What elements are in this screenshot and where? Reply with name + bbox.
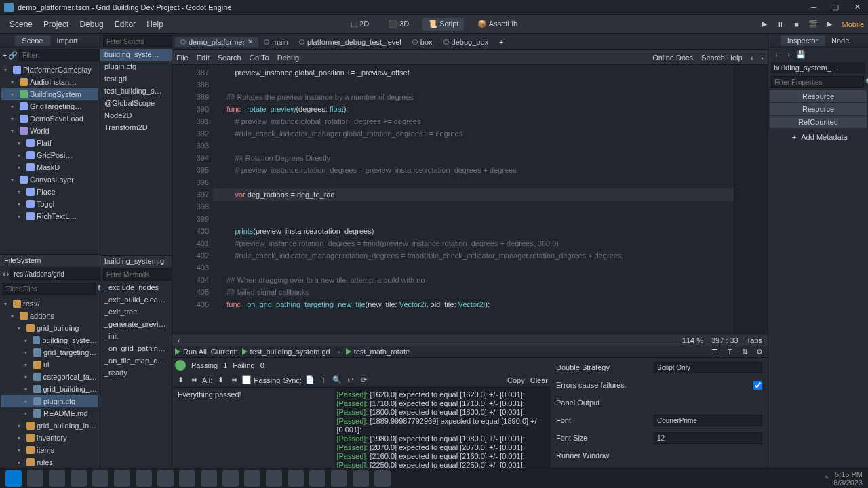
code-editor[interactable]: 3873883893903913923933943953963973983994… (172, 65, 768, 333)
app-taskbar-icon[interactable] (244, 470, 260, 487)
settings-icon[interactable]: ⚙ (754, 346, 765, 357)
copy-button[interactable]: Copy (507, 376, 525, 384)
script-item[interactable]: Transform2D (100, 122, 172, 134)
scene-tree-item[interactable]: ▾Place (1, 186, 98, 198)
history-fwd-icon[interactable]: › (783, 49, 794, 60)
inspector-tab[interactable]: Inspector (781, 35, 825, 46)
view-tab-3d[interactable]: ⬛ 3D (382, 18, 414, 30)
scene-tab[interactable]: box (407, 37, 438, 47)
ed-menu-edit[interactable]: Edit (197, 54, 210, 62)
taskbar-time[interactable]: 5:15 PM (833, 470, 863, 479)
sync-text-icon[interactable]: T (318, 375, 329, 386)
add-icon[interactable]: + (789, 131, 800, 142)
ed-menu-go-to[interactable]: Go To (250, 54, 269, 62)
scene-tab[interactable]: platformer_debug_test_level (294, 37, 407, 47)
script-list[interactable]: building_syste…plugin.cfgtest.gdtest_bui… (100, 49, 172, 255)
method-item[interactable]: _on_tile_map_ch… (100, 355, 172, 367)
script-item[interactable]: plugin.cfg (100, 61, 172, 73)
search-icon[interactable]: 🔍 (865, 77, 868, 87)
scene-tree-item[interactable]: ▾AudioInstan… (1, 76, 98, 88)
method-item[interactable]: _exit_tree (100, 306, 172, 319)
app-taskbar-icon[interactable] (136, 470, 152, 487)
zoom-level[interactable]: 114 % (682, 336, 703, 344)
scene-tab[interactable]: main (258, 37, 294, 47)
fs-tree-item[interactable]: ▾rules (1, 456, 98, 468)
refresh-icon[interactable]: ⟳ (359, 375, 370, 386)
scene-tab[interactable]: demo_platformer✕ (175, 37, 258, 47)
filesystem-tree[interactable]: ▾res://▾addons▾grid_building▾building_sy… (0, 296, 100, 488)
run-current-script-button[interactable]: test_building_system.gd (242, 348, 330, 356)
minimap[interactable] (734, 65, 768, 333)
breadcrumb-icon[interactable]: ‹ (178, 336, 180, 344)
nav-back-icon[interactable]: ‹ (751, 54, 753, 62)
menu-scene[interactable]: Scene (4, 17, 38, 32)
fontsize-input[interactable]: 12 (654, 432, 762, 444)
app-taskbar-icon[interactable] (353, 470, 369, 487)
scene-tab[interactable]: debug_box (438, 37, 494, 47)
add-node-button[interactable]: + (3, 49, 7, 60)
scene-tree-item[interactable]: ▾GridPosi… (1, 149, 98, 161)
menu-debug[interactable]: Debug (74, 17, 108, 32)
run-current-method-button[interactable]: test_math_rotate (346, 348, 410, 356)
expand-all-icon[interactable]: ⬌ (229, 375, 239, 386)
online-docs-link[interactable]: Online Docs (652, 54, 693, 62)
fs-tree-item[interactable]: ▾res:// (1, 298, 98, 310)
view-tab-assetlib[interactable]: 📦 AssetLib (472, 18, 523, 30)
scene-tree-item[interactable]: ▾Platf (1, 137, 98, 149)
scene-tree-item[interactable]: ▾World (1, 125, 98, 137)
import-tab[interactable]: Import (50, 35, 85, 46)
fs-path-input[interactable] (10, 268, 103, 280)
method-item[interactable]: _exclude_nodes (100, 282, 172, 294)
collapse-all-icon[interactable]: ⬍ (215, 375, 226, 386)
fs-tree-item[interactable]: ▾items (1, 444, 98, 456)
fs-tree-item[interactable]: ▾README.md (1, 407, 98, 420)
play-custom-button[interactable]: ▶ (823, 18, 835, 30)
maximize-button[interactable]: ▢ (829, 3, 842, 12)
view-tab-script[interactable]: 📜 Script (422, 18, 464, 30)
script-item[interactable]: @GlobalScope (100, 98, 172, 110)
fs-tree-item[interactable]: ▾ui (1, 359, 98, 371)
app-taskbar-icon[interactable] (71, 470, 87, 487)
ed-menu-search[interactable]: Search (218, 54, 241, 62)
play-scene-button[interactable]: 🎬 (807, 18, 819, 30)
history-back-icon[interactable]: ‹ (771, 49, 782, 60)
menu-help[interactable]: Help (141, 17, 169, 32)
scene-filter-input[interactable] (19, 49, 112, 61)
play-button[interactable]: ▶ (758, 18, 770, 30)
wrap-icon[interactable]: ↩ (345, 375, 356, 386)
app-taskbar-icon[interactable] (157, 470, 174, 487)
nav-fwd-icon[interactable]: › (761, 54, 764, 62)
script-item[interactable]: building_syste… (100, 49, 172, 61)
fs-tree-item[interactable]: ▾grid_targeting… (1, 346, 98, 359)
list-view-icon[interactable]: ☰ (709, 346, 720, 357)
renderer-label[interactable]: Mobile (842, 20, 864, 28)
scene-tree-item[interactable]: ▾GridTargeting… (1, 100, 98, 113)
collapse-icon[interactable]: ⬍ (175, 375, 186, 386)
node-tab[interactable]: Node (825, 35, 856, 46)
stop-button[interactable]: ■ (791, 18, 803, 30)
fs-tree-item[interactable]: ▾grid_building (1, 322, 98, 334)
scene-tree-item[interactable]: ▾PlatformerGameplay (1, 64, 98, 76)
app-taskbar-icon[interactable] (222, 470, 239, 487)
save-icon[interactable]: 💾 (795, 49, 806, 60)
sync-script-icon[interactable]: 📄 (304, 375, 315, 386)
method-list[interactable]: _exclude_nodes_exit_build_clean…_exit_tr… (100, 282, 172, 488)
text-view-icon[interactable]: T (724, 346, 735, 357)
explorer-taskbar-icon[interactable] (49, 470, 65, 487)
fs-tree-item[interactable]: ▾inventory (1, 432, 98, 444)
view-tab-2d[interactable]: ⬚ 2D (345, 18, 374, 30)
fs-filter-input[interactable] (3, 283, 96, 295)
clear-button[interactable]: Clear (530, 376, 548, 384)
method-item[interactable]: _init (100, 331, 172, 343)
close-icon[interactable]: ✕ (248, 38, 253, 45)
add-metadata-button[interactable]: Add Metadata (801, 133, 848, 141)
sort-icon[interactable]: ⇅ (739, 346, 750, 357)
app-taskbar-icon[interactable] (201, 470, 217, 487)
ed-menu-debug[interactable]: Debug (277, 54, 299, 62)
script-item[interactable]: Node2D (100, 110, 172, 122)
ed-menu-file[interactable]: File (176, 54, 189, 62)
double-strategy-select[interactable]: Script Only (654, 362, 762, 373)
fs-tree-item[interactable]: ▾grid_building_… (1, 383, 98, 395)
inspector-category[interactable]: Resource (770, 90, 867, 102)
fs-tree-item[interactable]: ▾building_syste… (1, 334, 98, 346)
